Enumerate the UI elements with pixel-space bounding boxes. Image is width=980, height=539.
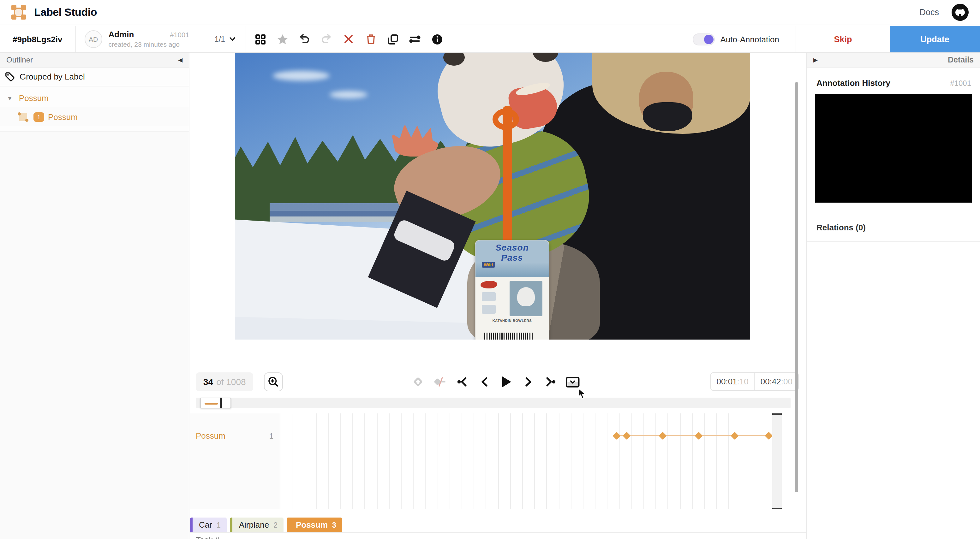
frame-gridline	[401, 413, 402, 509]
app-header: Label Studio Docs	[0, 0, 980, 25]
label-buttons-row: Car 1 Airplane 2 Possum 3	[190, 518, 342, 532]
label-button-airplane[interactable]: Airplane 2	[230, 518, 284, 532]
regions-tree: ▼ Possum 1 Possum	[0, 86, 189, 132]
vertical-scrollbar[interactable]	[795, 82, 798, 492]
relations-section[interactable]: Relations (0)	[807, 213, 980, 242]
star-ground-truth-button[interactable]	[275, 32, 290, 47]
collapse-right-icon[interactable]: ▶	[813, 57, 818, 63]
frame-gridline	[655, 413, 656, 509]
frame-gridline	[643, 413, 644, 509]
seeker-keyframe-region	[205, 403, 218, 405]
copy-button[interactable]	[385, 32, 401, 47]
video-lanyard	[503, 106, 512, 251]
frame-gridline	[692, 413, 693, 509]
main-content: Season Pass Wild KATAHDIN BOWLERS 34 of …	[190, 53, 807, 539]
play-button[interactable]	[500, 375, 513, 389]
frame-gridline	[510, 413, 511, 509]
auto-annotation-toggle[interactable]	[693, 33, 715, 45]
tree-expand-icon[interactable]: ▼	[7, 95, 13, 101]
add-keyframe-button[interactable]	[411, 375, 425, 389]
frame-gridline	[365, 413, 365, 509]
tree-group-possum[interactable]: ▼ Possum	[0, 89, 189, 107]
track-label-column: Possum 1	[190, 413, 280, 509]
skip-button[interactable]: Skip	[795, 26, 890, 52]
previous-frame-button[interactable]	[477, 375, 491, 389]
video-controls: 34 of 1008	[190, 371, 807, 393]
keyframe-diamond[interactable]	[694, 431, 702, 439]
badge-caption: KATAHDIN BOWLERS	[476, 319, 549, 323]
keyframe-diamond[interactable]	[730, 431, 738, 439]
annotation-id: #1001	[170, 30, 189, 38]
badge-barcode	[484, 332, 534, 340]
next-frame-button[interactable]	[522, 375, 536, 389]
tree-region-possum[interactable]: 1 Possum	[0, 107, 189, 126]
update-button[interactable]: Update	[890, 26, 980, 52]
label-button-possum[interactable]: Possum 3	[287, 518, 342, 532]
track-row-possum[interactable]: Possum 1	[190, 413, 280, 440]
label-hotkey: 2	[274, 521, 284, 529]
frames-view-toggle-button[interactable]	[566, 375, 580, 389]
pager-value: 1/1	[215, 35, 225, 43]
docs-link[interactable]: Docs	[920, 8, 939, 17]
frame-gridline	[474, 413, 474, 509]
frame-gridline	[583, 413, 584, 509]
badge-wild-text: Wild	[482, 262, 495, 268]
frame-gridline	[789, 413, 790, 509]
annotation-history-thumbnail[interactable]	[815, 94, 972, 203]
frame-gridline	[571, 413, 571, 509]
total-frames: of 1008	[216, 377, 246, 387]
cloud	[329, 91, 368, 99]
next-keyframe-button[interactable]	[544, 375, 558, 389]
annotation-selector[interactable]: AD Admin #1001 created, 23 minutes ago	[76, 26, 198, 52]
timeline-playhead-column[interactable]	[772, 413, 782, 509]
label-button-car[interactable]: Car 1	[190, 518, 227, 532]
reset-button[interactable]	[341, 32, 356, 47]
frame-gridline	[765, 413, 765, 509]
redo-button[interactable]	[319, 32, 334, 47]
grid-view-button[interactable]	[253, 32, 268, 47]
undo-button[interactable]	[297, 32, 312, 47]
keyframe-diamond[interactable]	[622, 431, 630, 439]
label-name: Car	[192, 520, 216, 529]
duration-time-input[interactable]: 00:42:00	[754, 372, 799, 391]
settings-sliders-button[interactable]	[407, 32, 423, 47]
current-frame[interactable]: 34	[203, 377, 213, 387]
label-hotkey: 3	[332, 521, 342, 529]
timeline-seeker[interactable]	[196, 397, 791, 409]
toggle-interpolation-button[interactable]	[433, 375, 447, 389]
frame-gridline	[680, 413, 680, 509]
info-button[interactable]	[430, 32, 445, 47]
details-title: Details	[948, 56, 974, 64]
seeker-viewport-handle[interactable]	[200, 397, 231, 409]
frame-gridline	[486, 413, 487, 509]
frame-gridline	[558, 413, 559, 509]
keyframe-diamond[interactable]	[658, 431, 666, 439]
group-by-selector[interactable]: Grouped by Label	[0, 68, 189, 86]
delete-button[interactable]	[363, 32, 379, 47]
frame-gridline	[292, 413, 292, 509]
collapse-left-icon[interactable]: ◀	[178, 57, 183, 63]
timeline-grid[interactable]	[280, 413, 791, 509]
frame-gridline	[668, 413, 668, 509]
details-panel: ▶ Details Annotation History #1001 Relat…	[807, 53, 980, 539]
outliner-title: Outliner	[6, 56, 33, 64]
frame-gridline	[450, 413, 450, 509]
position-time-input[interactable]: 00:01:10	[710, 372, 754, 391]
frame-counter[interactable]: 34 of 1008	[196, 372, 253, 391]
tree-group-label: Possum	[19, 94, 49, 103]
keyframe-diamond[interactable]	[764, 431, 772, 439]
label-color-stripe	[190, 518, 192, 532]
video-person-collar	[643, 102, 692, 131]
frame-gridline	[534, 413, 535, 509]
label-studio-app: Label Studio Docs #9pb8Lgs2iv AD Admin #…	[0, 0, 980, 539]
label-studio-logo-icon[interactable]	[11, 5, 26, 19]
duration-time: 00:42	[760, 377, 781, 386]
timeline: Possum 1	[190, 413, 807, 509]
annotation-pager[interactable]: 1/1	[198, 26, 246, 52]
previous-keyframe-button[interactable]	[455, 375, 469, 389]
github-icon[interactable]	[951, 4, 969, 21]
frame-gridline	[352, 413, 353, 509]
video-frame[interactable]: Season Pass Wild KATAHDIN BOWLERS	[235, 53, 750, 340]
frame-gridline	[377, 413, 377, 509]
zoom-in-button[interactable]	[264, 372, 283, 391]
